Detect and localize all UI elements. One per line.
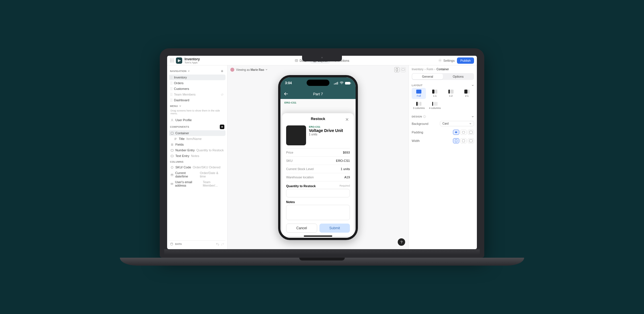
chevron-down-icon[interactable] [265, 69, 268, 71]
device-phone-button[interactable] [394, 67, 399, 72]
tab-options[interactable]: Options [443, 74, 474, 79]
device-desktop-button[interactable] [401, 67, 406, 72]
nav-item-team-members[interactable]: Team Members [169, 92, 225, 97]
nav-item-dashboard[interactable]: Dashboard [169, 97, 225, 103]
menu-user-profile[interactable]: User Profile [169, 117, 225, 123]
nav-item-orders[interactable]: Orders [169, 80, 225, 86]
components-header: COMPONENTS [169, 123, 225, 130]
fields-icon [171, 143, 174, 146]
canvas: Viewing as Marie Rao 3:04 [227, 65, 409, 249]
phone-status-bar: 3:04 [280, 77, 356, 89]
svg-rect-24 [350, 82, 351, 84]
layout-3col[interactable]: 3 columns [412, 100, 426, 111]
width-small[interactable] [453, 138, 459, 143]
redo-icon[interactable] [221, 242, 224, 246]
component-text-entry[interactable]: Text Entry Notes [169, 153, 225, 159]
dynamic-island [307, 80, 329, 86]
nav-item-customers[interactable]: Customers [169, 86, 225, 92]
notes-label: Notes [286, 200, 295, 204]
padding-label: Padding [412, 131, 423, 134]
background-select[interactable]: Card [440, 121, 474, 126]
hidden-icon [221, 93, 224, 96]
required-label: Required [339, 184, 350, 188]
layout-2-1[interactable]: 2:1 [460, 88, 474, 99]
app-icon: ▮▸ [176, 57, 182, 64]
column-sku-code[interactable]: SKU/ Code Order/SKU Ordered [169, 164, 225, 170]
user-icon [171, 119, 174, 122]
add-nav-button[interactable] [220, 69, 224, 73]
app-subtitle: Tom's Apps [184, 61, 200, 64]
app-title: Inventory [184, 57, 200, 61]
padding-small[interactable] [453, 130, 459, 135]
item-sku: ERO-CS1 [309, 125, 343, 128]
close-button[interactable] [344, 117, 350, 122]
menu-hint: Drag screens here to show them in the si… [169, 109, 225, 117]
nav-item-inventory[interactable]: Inventory [169, 75, 225, 80]
undo-icon[interactable] [216, 242, 219, 246]
text-icon [171, 154, 174, 158]
svg-rect-10 [171, 149, 173, 151]
viewing-as-label[interactable]: Viewing as Marie Rao [236, 68, 264, 71]
column-datetime[interactable]: Current date/time Order/Date & time [169, 170, 225, 179]
padding-large[interactable] [468, 130, 474, 135]
item-thumbnail [286, 125, 306, 145]
background-label: Background [412, 122, 428, 125]
tab-general[interactable]: General [412, 74, 443, 79]
svg-rect-20 [335, 83, 336, 84]
layout-header: LAYOUT [412, 84, 423, 87]
row-price: Price$693 [286, 148, 350, 157]
app-grip-icon[interactable] [170, 59, 174, 62]
component-container[interactable]: Container [169, 130, 225, 136]
submit-button[interactable]: Submit [319, 224, 350, 233]
width-large[interactable] [468, 138, 474, 143]
viewer-avatar[interactable] [230, 68, 234, 72]
svg-rect-23 [345, 82, 350, 84]
width-label: Width [412, 139, 420, 142]
help-button[interactable]: ? [398, 238, 405, 246]
table-icon [295, 59, 298, 62]
right-panel: Inventory› Form› Container General Optio… [409, 65, 477, 249]
item-units: 1 units [309, 133, 343, 136]
container-icon [171, 132, 174, 135]
column-email[interactable]: User's email address Team Member/... [169, 179, 225, 188]
chevron-down-icon[interactable] [471, 84, 474, 87]
component-title[interactable]: Title Item/Name [169, 136, 225, 142]
layout-1-1[interactable]: 1:1 [428, 88, 442, 99]
svg-rect-17 [396, 68, 398, 71]
chevron-down-icon[interactable] [179, 105, 181, 107]
row-sku: SKUERO-CS1 [286, 157, 350, 165]
info-icon[interactable] [423, 115, 426, 118]
chevron-down-icon[interactable] [471, 115, 474, 118]
svg-rect-18 [402, 69, 405, 71]
signal-icon [334, 82, 339, 84]
layout-1-2[interactable]: 1:2 [444, 88, 458, 99]
notes-input[interactable] [286, 205, 350, 220]
navigation-header: NAVIGATION [169, 67, 225, 75]
row-location: Warehouse locationA19 [286, 173, 350, 181]
padding-medium[interactable] [460, 130, 467, 135]
chevron-down-icon[interactable] [188, 70, 190, 72]
gear-icon [438, 59, 442, 62]
phone-nav-bar: Part 7 [280, 89, 356, 99]
back-icon[interactable] [284, 92, 288, 96]
qty-input[interactable] [286, 189, 350, 197]
width-medium[interactable] [460, 138, 467, 143]
menu-header: MENU [169, 103, 225, 109]
link-icon [171, 166, 174, 169]
add-component-button[interactable] [220, 125, 224, 129]
phone-preview: 3:04 Part 7 [278, 75, 358, 240]
phone-screen-title: Part 7 [313, 92, 323, 96]
layout-full[interactable]: Full [412, 88, 426, 99]
cancel-button[interactable]: Cancel [286, 224, 317, 233]
mail-icon [171, 182, 173, 185]
settings-button[interactable]: Settings [438, 59, 455, 62]
design-header: DESIGN [412, 115, 422, 118]
publish-button[interactable]: Publish [457, 57, 474, 64]
header-sku: ERO-CS1 [280, 99, 356, 105]
left-panel: NAVIGATION Inventory Orders Customers Te… [167, 65, 227, 249]
component-fields[interactable]: Fields [169, 142, 225, 147]
layout-4col[interactable]: 4 columns [428, 100, 442, 111]
wifi-icon [340, 82, 344, 84]
component-number-entry[interactable]: Number Entry Quantity to Restock [169, 147, 225, 153]
svg-rect-22 [337, 82, 338, 84]
